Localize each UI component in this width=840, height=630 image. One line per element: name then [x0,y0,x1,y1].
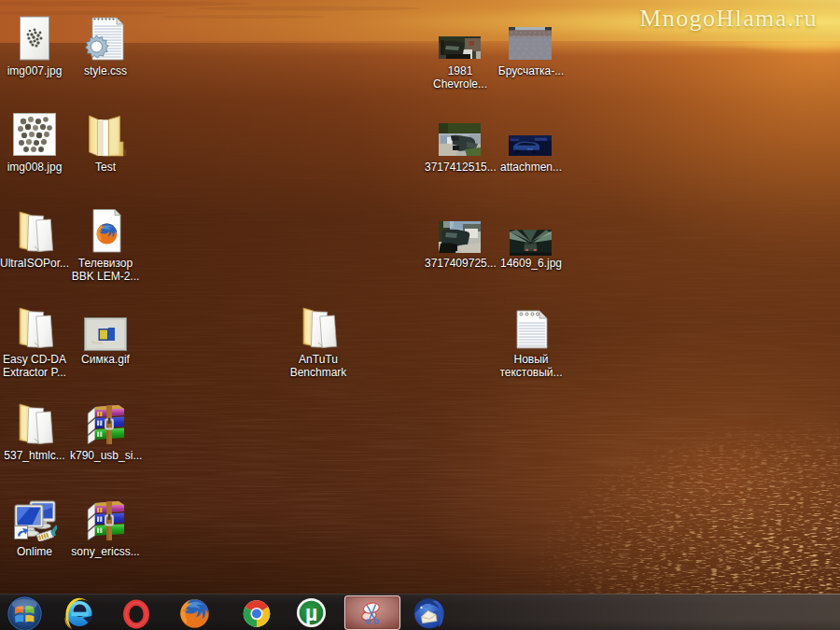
svg-text:µ: µ [305,601,317,625]
